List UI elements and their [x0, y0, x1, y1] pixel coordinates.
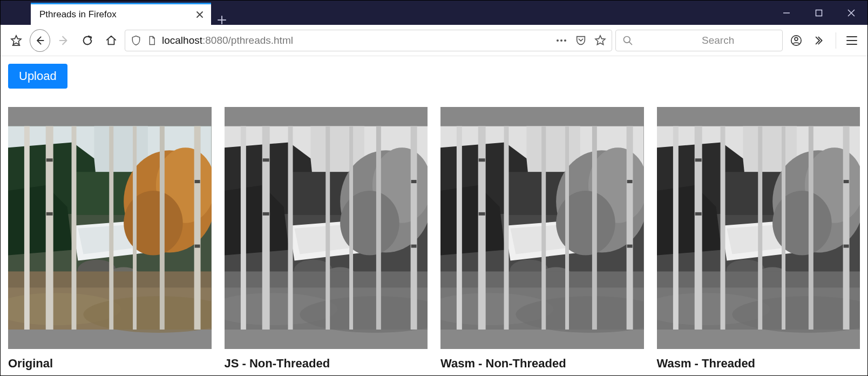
bookmark-star-icon[interactable]	[594, 35, 606, 46]
result-card: JS - Non-Threaded43 milliseconds	[225, 107, 428, 349]
result-image	[657, 107, 860, 349]
close-window-button[interactable]	[835, 1, 867, 25]
search-placeholder: Search	[702, 35, 776, 46]
search-bar[interactable]: Search	[615, 30, 783, 51]
highlights-button[interactable]	[6, 30, 26, 51]
hamburger-menu-icon[interactable]	[842, 30, 862, 51]
result-image	[8, 107, 212, 349]
overflow-icon[interactable]	[810, 30, 830, 51]
image-gallery: OriginalDimensions: 4032 x 3024JS - Non-…	[8, 107, 860, 349]
search-icon	[622, 35, 696, 46]
minimize-button[interactable]	[770, 1, 803, 25]
result-title: Wasm - Non-Threaded	[440, 357, 644, 371]
result-card: OriginalDimensions: 4032 x 3024	[8, 107, 212, 349]
result-card: Wasm - Threaded8.559999 milliseconds	[657, 107, 860, 349]
svg-point-3	[564, 39, 566, 42]
maximize-button[interactable]	[803, 1, 835, 25]
reload-button[interactable]	[77, 30, 98, 51]
url-bar[interactable]: localhost:8080/pthreads.html	[125, 30, 612, 51]
home-button[interactable]	[101, 30, 121, 51]
page-actions-icon[interactable]	[555, 38, 567, 43]
window-controls	[770, 1, 867, 25]
svg-rect-0	[816, 10, 822, 16]
new-tab-button[interactable]	[211, 15, 233, 25]
tab-title: Pthreads in Firefox	[39, 9, 194, 20]
close-tab-icon[interactable]	[194, 9, 206, 21]
page-info-icon[interactable]	[147, 35, 157, 46]
svg-point-6	[795, 37, 798, 41]
result-title: JS - Non-Threaded	[225, 357, 428, 371]
titlebar: Pthreads in Firefox	[1, 1, 867, 25]
result-image	[440, 107, 644, 349]
tab-strip: Pthreads in Firefox	[1, 1, 233, 25]
url-host: localhost	[162, 35, 202, 46]
url-path: :8080/pthreads.html	[202, 35, 293, 46]
page-content: Upload OriginalDimensions: 4032 x 3024JS…	[1, 56, 867, 349]
result-image	[225, 107, 428, 349]
browser-tab[interactable]: Pthreads in Firefox	[31, 3, 211, 25]
upload-button[interactable]: Upload	[8, 64, 67, 89]
svg-point-1	[557, 39, 559, 42]
url-text: localhost:8080/pthreads.html	[162, 35, 550, 46]
svg-point-2	[560, 39, 562, 42]
account-icon[interactable]	[786, 30, 806, 51]
forward-button[interactable]	[53, 30, 74, 51]
result-card: Wasm - Non-Threaded20.34 milliseconds	[440, 107, 644, 349]
pocket-icon[interactable]	[575, 35, 587, 46]
browser-toolbar: localhost:8080/pthreads.html Search	[1, 25, 867, 56]
result-title: Original	[8, 357, 212, 371]
back-button[interactable]	[30, 30, 50, 51]
shield-icon[interactable]	[131, 35, 141, 46]
result-title: Wasm - Threaded	[657, 357, 860, 371]
